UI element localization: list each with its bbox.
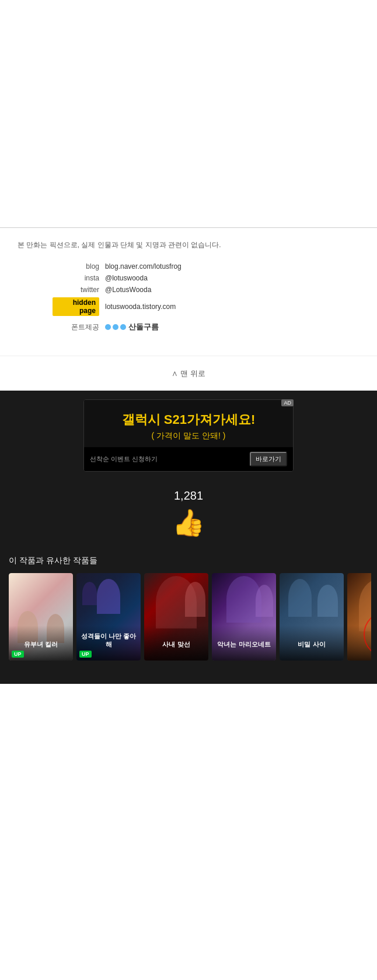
twitter-row: twitter @LotusWooda: [53, 286, 359, 294]
scroll-top-section: ∧ 맨 위로: [0, 356, 377, 391]
like-button[interactable]: 👍: [172, 507, 205, 538]
work-item-4[interactable]: 악녀는 마리오네트: [212, 573, 276, 661]
work-item-6[interactable]: 아비 ONE: [347, 573, 371, 661]
dark-section: AD 갤럭시 S21가져가세요! ( 가격이 말도 안돼! ) 선착순 이벤트 …: [0, 391, 377, 684]
like-section: 1,281 👍: [0, 472, 377, 544]
insta-label: insta: [53, 274, 99, 282]
blog-row: blog blog.naver.com/lotusfrog: [53, 262, 359, 271]
work-badge-2: UP: [79, 651, 92, 658]
blog-label: blog: [53, 262, 99, 271]
hidden-page-label: hidden page: [53, 297, 99, 316]
work-title-1: 유부녀 킬러: [9, 640, 73, 648]
like-count: 1,281: [0, 489, 377, 503]
work-title-4: 악녀는 마리오네트: [212, 640, 276, 648]
ad-content: 갤럭시 S21가져가세요! ( 가격이 말도 안돼! ): [84, 400, 293, 447]
work-item-2[interactable]: 성격들이 나만 좋아해 UP: [76, 573, 141, 661]
cloud-icon: [105, 324, 126, 330]
twitter-value: @LotusWooda: [105, 286, 151, 294]
ad-main-text: 갤럭시 S21가져가세요!: [93, 412, 284, 428]
work-title-3: 사내 맞선: [144, 640, 208, 648]
work-badge-1: UP: [12, 651, 24, 658]
similar-works-section: 이 작품과 유사한 작품들 유부녀 킬러 UP 성: [0, 544, 377, 666]
ad-footer-left-text: 선착순 이벤트 신청하기: [90, 455, 158, 463]
work-title-5: 비밀 사이: [280, 640, 344, 648]
disclaimer-text: 본 만화는 픽션으로, 실제 인물과 단체 및 지명과 관련이 없습니다.: [18, 240, 359, 251]
work-title-2: 성격들이 나만 좋아해: [76, 632, 141, 649]
ad-container: AD 갤럭시 S21가져가세요! ( 가격이 말도 안돼! ) 선착순 이벤트 …: [83, 391, 294, 472]
work-item-5[interactable]: 비밀 사이: [280, 573, 344, 661]
watermark-circle: ONE: [364, 611, 371, 658]
font-label: 폰트제공: [53, 322, 99, 332]
ad-sub-text: ( 가격이 말도 안돼! ): [93, 431, 284, 441]
scroll-top-button[interactable]: ∧ 맨 위로: [172, 369, 205, 378]
insta-row: insta @lotuswooda: [53, 274, 359, 282]
disclaimer-section: 본 만화는 픽션으로, 실제 인물과 단체 및 지명과 관련이 없습니다. bl…: [0, 227, 377, 356]
hidden-page-value: lotuswooda.tistory.com: [105, 303, 176, 311]
work-item-3[interactable]: 사내 맞선: [144, 573, 208, 661]
hidden-page-row: hidden page lotuswooda.tistory.com: [53, 297, 359, 316]
watermark-overlay: ONE: [364, 611, 371, 658]
similar-title: 이 작품과 유사한 작품들: [9, 556, 371, 566]
font-provider-row: 폰트제공 산돌구름: [53, 322, 359, 332]
ad-footer: 선착순 이벤트 신청하기 바로가기: [84, 447, 293, 471]
ad-banner[interactable]: 갤럭시 S21가져가세요! ( 가격이 말도 안돼! ) 선착순 이벤트 신청하…: [83, 399, 294, 472]
work-item-1[interactable]: 유부녀 킬러 UP: [9, 573, 73, 661]
ad-badge: AD: [281, 399, 294, 406]
ad-go-button[interactable]: 바로가기: [250, 452, 287, 466]
ad-wrapper: AD 갤럭시 S21가져가세요! ( 가격이 말도 안돼! ) 선착순 이벤트 …: [0, 391, 377, 472]
works-scroll-container[interactable]: 유부녀 킬러 UP 성격들이 나만 좋아해 UP 사: [9, 573, 371, 661]
twitter-label: twitter: [53, 286, 99, 294]
font-name: 산돌구름: [128, 322, 159, 332]
blog-value: blog.naver.com/lotusfrog: [105, 262, 181, 271]
top-whitespace: [0, 0, 377, 227]
font-logo: 산돌구름: [105, 322, 159, 332]
insta-value: @lotuswooda: [105, 274, 148, 282]
info-table: blog blog.naver.com/lotusfrog insta @lot…: [53, 262, 359, 316]
